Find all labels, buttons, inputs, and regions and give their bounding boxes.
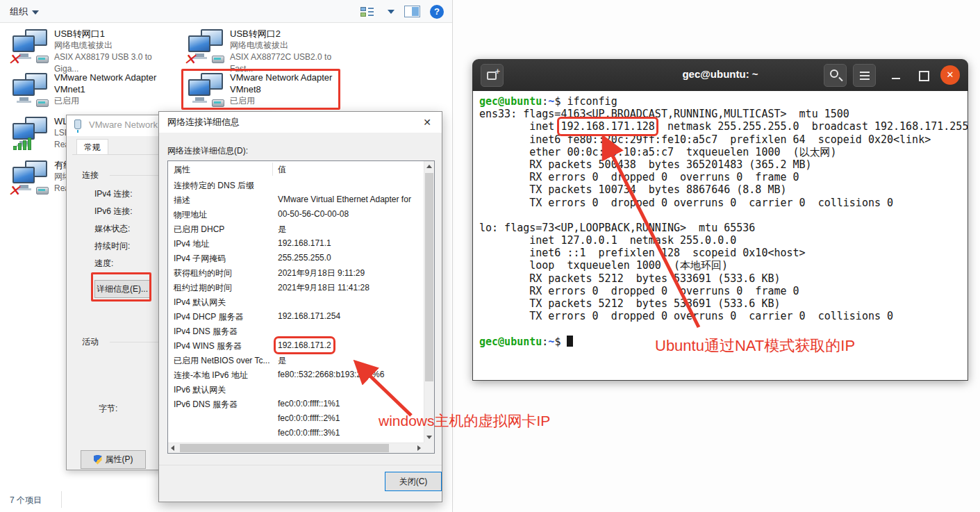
table-row[interactable]: IPv4 WINS 服务器192.168.171.2: [168, 338, 424, 353]
organize-label: 组织: [10, 6, 28, 17]
properties-button[interactable]: 属性(P): [81, 450, 146, 469]
adapter-item[interactable]: USB转网口1网络电缆被拔出ASIX AX88179 USB 3.0 to Gi…: [7, 28, 177, 68]
ubuntu-terminal-window: gec@ubuntu: ~ gec@ubuntu:~$ ifconfigens3…: [472, 59, 968, 381]
vertical-scrollbar[interactable]: [424, 161, 434, 443]
adapter-enabled-icon: [11, 73, 51, 108]
preview-pane-icon[interactable]: [404, 6, 420, 17]
adapter-item[interactable]: USB转网口2网络电缆被拔出ASIX AX88772C USB2.0 to Fa…: [183, 28, 353, 68]
property-cell: 已启用 DHCP: [174, 224, 224, 236]
details-listview: 属性 值 连接特定的 DNS 后缀描述VMware Virtual Ethern…: [167, 160, 435, 454]
status-field-label: IPv4 连接:: [94, 188, 133, 206]
value-cell: 2021年9月18日 11:41:28: [278, 282, 369, 294]
terminal-cursor: [567, 336, 573, 347]
screen: 组织 ? USB转网口1网络电缆被拔出ASIX AX88179 USB 3.0 …: [0, 0, 980, 512]
adapter-subtext: 已启用: [230, 95, 352, 107]
uac-shield-icon: [94, 455, 102, 465]
table-row[interactable]: IPv4 地址192.168.171.1: [168, 236, 424, 251]
property-cell: 描述: [174, 195, 190, 206]
network-details-dialog: 网络连接详细信息 网络连接详细信息(D): 属性 值 连接特定的 DNS 后缀描…: [158, 111, 442, 502]
horizontal-scrollbar[interactable]: [168, 443, 424, 453]
adapter-title: VMware Network Adapter VMnet8: [230, 72, 352, 95]
terminal-line: inet 127.0.0.1 netmask 255.0.0.0: [479, 234, 961, 247]
value-cell: 192.168.171.254: [278, 311, 340, 321]
scrollbar-thumb[interactable]: [425, 173, 433, 381]
terminal-line: [479, 209, 961, 222]
scroll-down-icon[interactable]: [426, 436, 432, 439]
property-cell: 租约过期的时间: [174, 282, 232, 294]
adapter-subtext: 已启用: [54, 95, 176, 107]
terminal-line: RX packets 5212 bytes 533691 (533.6 KB): [479, 272, 961, 285]
scrollbar-corner: [424, 443, 434, 453]
adapter-title: VMware Network Adapter VMnet1: [54, 72, 176, 95]
table-row[interactable]: 连接-本地 IPv6 地址fe80::532:2668:b193:2f5c%6: [168, 368, 424, 382]
details-button[interactable]: 详细信息(E)...: [94, 280, 150, 298]
table-row[interactable]: IPv4 默认网关: [168, 295, 424, 309]
terminal-line: TX packets 5212 bytes 533691 (533.6 KB): [479, 297, 961, 310]
views-dropdown-icon[interactable]: [388, 10, 395, 14]
status-dialog-title: VMware Network: [89, 119, 158, 130]
details-dialog-titlebar[interactable]: 网络连接详细信息: [159, 112, 442, 133]
table-row[interactable]: 租约过期的时间2021年9月18日 11:41:28: [168, 280, 424, 295]
close-button[interactable]: [940, 65, 960, 85]
property-cell: 物理地址: [174, 209, 207, 221]
close-icon[interactable]: [413, 112, 442, 133]
maximize-button[interactable]: [915, 67, 931, 83]
status-field-label: IPv6 连接:: [94, 206, 133, 223]
column-value: 值: [278, 164, 286, 176]
help-icon[interactable]: ?: [430, 5, 444, 19]
adapter-title: USB转网口2: [230, 28, 352, 40]
terminal-titlebar[interactable]: gec@ubuntu: ~: [472, 59, 968, 91]
property-cell: 连接特定的 DNS 后缀: [174, 180, 254, 192]
property-cell: IPv4 WINS 服务器: [174, 340, 242, 352]
table-row[interactable]: 连接特定的 DNS 后缀: [168, 178, 424, 192]
table-row[interactable]: 获得租约的时间2021年9月18日 9:11:29: [168, 265, 424, 280]
value-cell: 192.168.171.1: [278, 238, 331, 248]
divider: [159, 465, 442, 465]
adapter-item[interactable]: VMware Network Adapter VMnet8已启用: [183, 72, 353, 112]
terminal-line: [479, 322, 961, 335]
table-row[interactable]: 已启用 NetBIOS over Tc...是: [168, 353, 424, 368]
close-button[interactable]: 关闭(C): [385, 472, 442, 491]
terminal-line: TX errors 0 dropped 0 overruns 0 carrier…: [479, 310, 961, 322]
value-cell: fe80::532:2668:b193:2f5c%6: [278, 370, 384, 379]
organize-menu-button[interactable]: 组织: [10, 0, 39, 23]
value-cell: 255.255.255.0: [278, 253, 331, 263]
column-property: 属性: [174, 164, 190, 176]
change-view-icon[interactable]: [360, 6, 374, 17]
menu-button[interactable]: [853, 64, 876, 87]
minimize-button[interactable]: [889, 67, 904, 83]
table-row[interactable]: IPv6 DNS 服务器fec0:0:0:ffff::1%1: [168, 397, 424, 411]
terminal-line: gec@ubuntu:~$ ifconfig: [479, 95, 961, 108]
table-row[interactable]: IPv4 子网掩码255.255.255.0: [168, 251, 424, 265]
status-field-label: 媒体状态:: [94, 223, 133, 240]
property-cell: IPv4 DNS 服务器: [174, 326, 238, 338]
table-row[interactable]: 已启用 DHCP是: [168, 222, 424, 236]
value-cell: 2021年9月18日 9:11:29: [278, 267, 365, 279]
chevron-down-icon: [32, 10, 39, 15]
table-row[interactable]: 物理地址00-50-56-C0-00-08: [168, 207, 424, 222]
network-adapter-icon: [74, 119, 81, 129]
terminal-line: inet6 fe80::20c:29ff:fe10:a5c7 prefixlen…: [479, 133, 961, 146]
prompt-user: gec@ubuntu: [479, 95, 542, 108]
adapter-item[interactable]: VMware Network Adapter VMnet1已启用: [7, 72, 177, 112]
terminal-line: lo: flags=73<UP,LOOPBACK,RUNNING> mtu 65…: [479, 222, 961, 234]
search-button[interactable]: [824, 64, 847, 87]
property-cell: IPv6 DNS 服务器: [174, 399, 238, 411]
scrollbar-thumb[interactable]: [180, 444, 389, 452]
property-cell: IPv4 地址: [174, 238, 209, 250]
terminal-line: RX packets 500438 bytes 365201483 (365.2…: [479, 158, 961, 171]
highlighted-ip: 192.168.171.128: [560, 120, 654, 133]
search-icon: [830, 69, 838, 78]
table-row[interactable]: IPv4 DNS 服务器: [168, 324, 424, 338]
status-field-label: 持续时间:: [94, 240, 133, 258]
details-list-header: 属性 值: [168, 161, 424, 178]
value-cell: fec0:0:0:ffff::1%1: [278, 399, 340, 408]
scroll-left-icon[interactable]: [171, 445, 174, 451]
table-row[interactable]: IPv4 DHCP 服务器192.168.171.254: [168, 309, 424, 324]
value-cell: fec0:0:0:ffff::3%1: [278, 428, 340, 438]
scroll-right-icon[interactable]: [417, 445, 421, 451]
table-row[interactable]: 描述VMware Virtual Ethernet Adapter for: [168, 192, 424, 207]
tab-general[interactable]: 常规: [76, 139, 108, 155]
scroll-up-icon[interactable]: [426, 165, 432, 168]
table-row[interactable]: IPv6 默认网关: [168, 382, 424, 397]
